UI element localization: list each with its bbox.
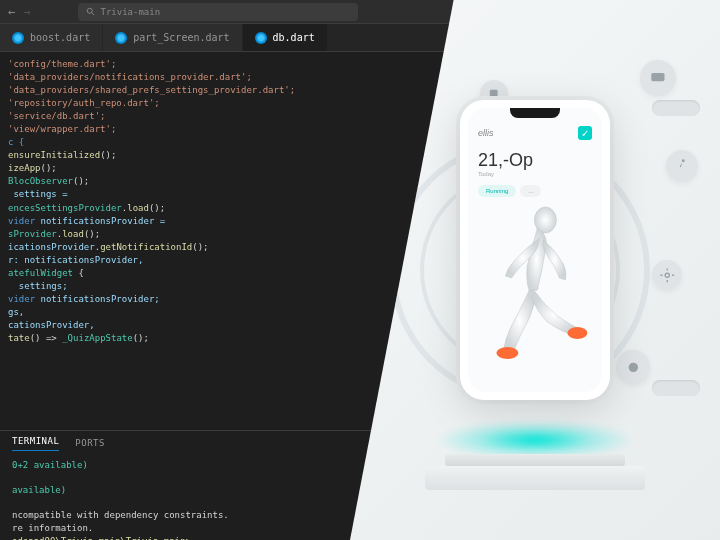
tab-db[interactable]: db.dart: [243, 24, 328, 51]
svg-point-5: [628, 362, 637, 371]
chat-icon: [640, 60, 676, 96]
tab-part-screen[interactable]: part_Screen.dart: [103, 24, 242, 51]
runner-icon: [666, 150, 698, 182]
search-text: Trivia-main: [100, 7, 160, 17]
app-logo: ellis: [478, 128, 494, 138]
nav-forward-icon[interactable]: →: [23, 5, 30, 19]
svg-point-3: [682, 159, 685, 162]
svg-line-1: [92, 12, 95, 15]
main-metric: 21,-Op: [468, 144, 602, 171]
svg-point-9: [567, 327, 587, 339]
tab-boost[interactable]: boost.dart: [0, 24, 103, 51]
svg-point-0: [88, 8, 93, 13]
dart-file-icon: [115, 32, 127, 44]
ports-tab[interactable]: PORTS: [75, 438, 105, 448]
phone-tab-more: ...: [520, 185, 541, 197]
dart-file-icon: [12, 32, 24, 44]
phone-notch: [510, 108, 560, 118]
gear-icon: [652, 260, 682, 290]
check-badge: ✓: [578, 126, 592, 140]
svg-rect-2: [651, 73, 664, 81]
nav-back-icon[interactable]: ←: [8, 5, 15, 19]
decorative-pill: [652, 100, 700, 116]
command-center[interactable]: Trivia-main: [78, 3, 358, 21]
runner-figure: [477, 200, 597, 370]
dart-file-icon: [255, 32, 267, 44]
svg-rect-6: [490, 90, 498, 98]
svg-point-8: [496, 347, 518, 359]
feature-icon: [616, 350, 650, 384]
phone-tab-running: Running: [478, 185, 516, 197]
terminal-tab[interactable]: TERMINAL: [12, 436, 59, 451]
svg-point-4: [665, 273, 669, 277]
decorative-pill: [652, 380, 700, 396]
platform-base: [425, 420, 645, 490]
search-icon: [86, 7, 96, 17]
